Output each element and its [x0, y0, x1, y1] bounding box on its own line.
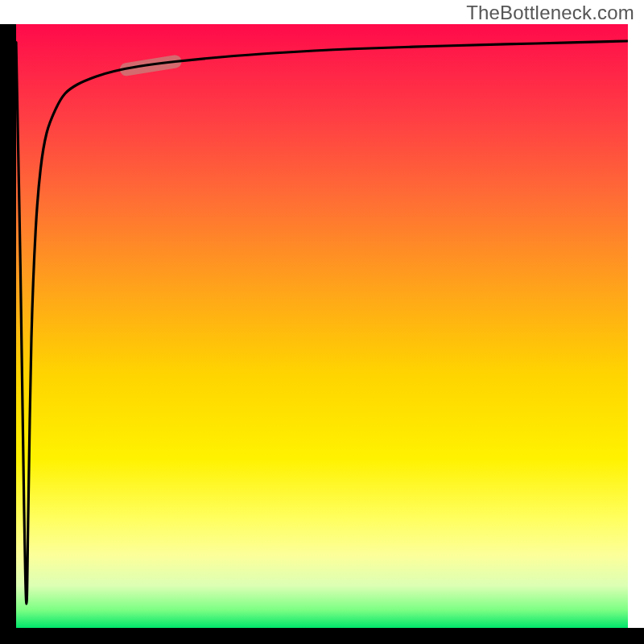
bottleneck-curve — [16, 41, 628, 604]
curve-layer — [16, 24, 628, 628]
attribution-label: TheBottleneck.com — [466, 2, 634, 24]
bottleneck-chart: TheBottleneck.com — [0, 0, 644, 644]
y-axis-bar — [0, 24, 16, 644]
x-axis-bar — [0, 628, 644, 644]
plot-area — [16, 24, 628, 628]
